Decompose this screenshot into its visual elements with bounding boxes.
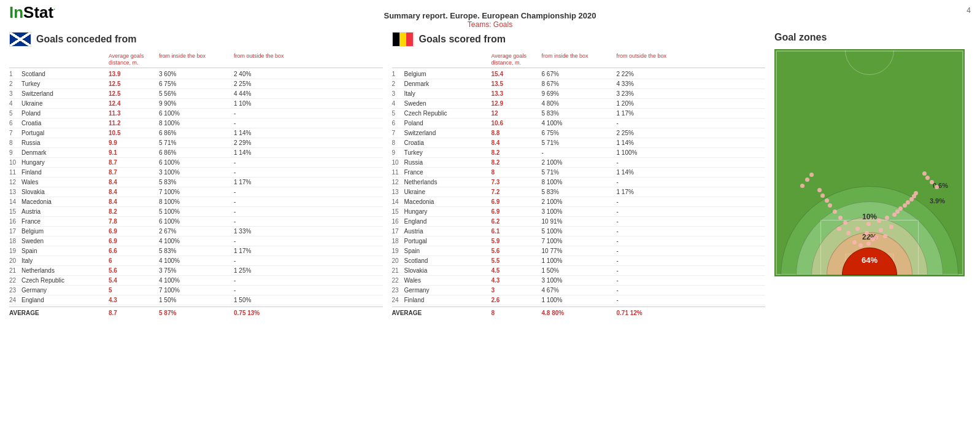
row-team: Hungary (404, 208, 490, 215)
row-num: 16 (392, 218, 403, 225)
row-num: 13 (392, 189, 403, 195)
row-outside: 4 33% (617, 80, 690, 87)
row-outside: 1 17% (617, 189, 690, 195)
row-team: Macedonia (404, 198, 490, 205)
row-team: Italy (21, 257, 107, 264)
row-team: England (404, 218, 490, 225)
goals-conceded-title: Goals conceded from (36, 34, 137, 45)
page: InStat· 4 Summary report. Europe. Europe… (0, 0, 980, 441)
scotland-flag (9, 32, 31, 47)
row-inside: 9 90% (159, 100, 233, 107)
table-row: 4 Sweden 12.9 4 80% 1 20% (392, 99, 766, 109)
col-team (21, 53, 107, 66)
row-avg: 6 (109, 257, 158, 264)
pitch: 64% 22% 10% 3.9% 0.6% (774, 49, 965, 276)
row-inside: 2 100% (542, 159, 615, 166)
row-avg: 3 (492, 287, 541, 294)
row-outside: 1 25% (234, 267, 307, 274)
row-outside: - (617, 267, 690, 274)
row-outside: - (234, 169, 307, 176)
row-team: Ukraine (404, 189, 490, 195)
row-num: 1 (392, 71, 403, 77)
table-row: 2 Denmark 13.5 8 67% 4 33% (392, 79, 766, 89)
col-num-s (392, 53, 403, 66)
row-team: Turkey (21, 80, 107, 87)
row-inside: 8 100% (159, 120, 233, 127)
flag-red (406, 33, 413, 46)
table-row: 6 Croatia 11.2 8 100% - (9, 119, 383, 128)
row-team: Czech Republic (21, 277, 107, 284)
conceded-col-headers: Average goals distance, m. from inside t… (9, 52, 383, 68)
goals-scored-section: Goals scored from Average goals distance… (392, 32, 766, 319)
row-avg: 6.9 (109, 228, 158, 235)
logo-in: In (9, 3, 23, 21)
row-avg: 10.6 (492, 120, 541, 127)
row-num: 21 (9, 267, 20, 274)
row-team: Spain (21, 248, 107, 254)
row-num: 12 (392, 179, 403, 185)
table-row: 15 Hungary 6.9 3 100% - (392, 207, 766, 217)
row-num: 24 (9, 297, 20, 303)
table-row: 10 Russia 8.2 2 100% - (392, 158, 766, 168)
row-avg: 13.9 (109, 71, 158, 77)
row-team: Czech Republic (404, 110, 490, 117)
table-row: 22 Czech Republic 5.4 4 100% - (9, 276, 383, 286)
table-row: 1 Belgium 15.4 6 67% 2 22% (392, 69, 766, 79)
row-outside: - (234, 189, 307, 195)
scored-avg-outside: 0.71 12% (617, 310, 690, 316)
row-inside: 5 71% (542, 169, 615, 176)
row-num: 2 (9, 80, 20, 87)
table-row: 3 Switzerland 12.5 5 56% 4 44% (9, 89, 383, 99)
row-inside: 4 100% (159, 238, 233, 244)
row-num: 5 (392, 110, 403, 117)
row-outside: - (234, 287, 307, 294)
row-num: 17 (9, 228, 20, 235)
row-inside: 7 100% (159, 287, 233, 294)
zone-10-label: 10% (862, 213, 877, 221)
row-avg: 13.5 (492, 80, 541, 87)
table-row: 11 Finland 8.7 3 100% - (9, 168, 383, 178)
goals-scored-table: Average goals distance, m. from inside t… (392, 52, 766, 319)
table-row: 14 Macedonia 6.9 2 100% - (392, 197, 766, 207)
row-team: Netherlands (404, 179, 490, 185)
row-inside: 1 100% (542, 257, 615, 264)
row-outside: - (234, 159, 307, 166)
row-team: Croatia (404, 139, 490, 146)
table-row: 9 Denmark 9.1 6 86% 1 14% (9, 148, 383, 158)
row-outside: 3 23% (617, 90, 690, 97)
row-inside: 6 86% (159, 149, 233, 156)
row-num: 22 (392, 277, 403, 284)
row-avg: 7.8 (109, 218, 158, 225)
row-avg: 6.1 (492, 228, 541, 235)
row-outside: - (617, 198, 690, 205)
table-row: 12 Netherlands 7.3 8 100% - (392, 178, 766, 187)
row-team: Portugal (21, 130, 107, 136)
goals-conceded-header: Goals conceded from (9, 32, 383, 47)
page-header: Summary report. Europe. European Champio… (9, 6, 971, 32)
table-row: 24 Finland 2.6 1 100% - (392, 295, 766, 305)
row-avg: 8.2 (492, 149, 541, 156)
row-outside: - (234, 198, 307, 205)
row-num: 3 (392, 90, 403, 97)
row-outside: 1 17% (234, 179, 307, 185)
row-num: 5 (9, 110, 20, 117)
row-team: Wales (404, 277, 490, 284)
row-inside: 6 100% (159, 159, 233, 166)
row-team: Germany (21, 287, 107, 294)
row-team: France (21, 218, 107, 225)
table-row: 9 Turkey 8.2 - 1 100% (392, 148, 766, 158)
row-team: France (404, 169, 490, 176)
row-avg: 6.9 (109, 238, 158, 244)
logo-dot: · (53, 6, 55, 13)
col-inside-s: from inside the box (542, 53, 615, 66)
row-avg: 7.3 (492, 179, 541, 185)
row-outside: - (617, 287, 690, 294)
page-number: 4 (966, 6, 971, 15)
table-row: 13 Ukraine 7.2 5 83% 1 17% (392, 187, 766, 197)
goal-zones-title: Goal zones (774, 32, 971, 43)
flag-black (393, 33, 399, 46)
row-outside: 2 29% (234, 139, 307, 146)
row-inside: 3 100% (542, 277, 615, 284)
table-row: 2 Turkey 12.5 6 75% 2 25% (9, 79, 383, 89)
table-row: 12 Wales 8.4 5 83% 1 17% (9, 178, 383, 187)
